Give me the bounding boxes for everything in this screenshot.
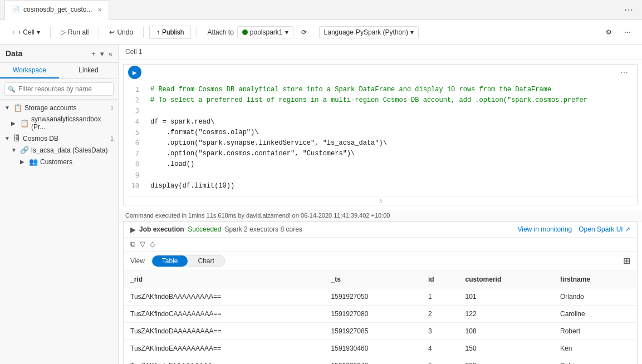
clear-results-icon[interactable]: ◇ xyxy=(150,240,155,248)
sidebar-item-storage-accounts[interactable]: ▼ 📋 Storage accounts 1 xyxy=(0,102,118,114)
table-cell: TusZAKfindoFAAAAAAAAA== xyxy=(124,357,325,364)
code-line-6: .option("spark.synapse.linkedService", "… xyxy=(146,138,637,149)
search-icon: 🔍 xyxy=(8,86,16,93)
results-table-wrapper: _rid _ts id customerid firstname TusZAKf… xyxy=(124,271,637,364)
table-cell: 1591927050 xyxy=(325,288,422,305)
table-row: TusZAKfindoBAAAAAAAAA==15919270501101Orl… xyxy=(124,288,637,305)
view-monitoring-link[interactable]: View in monitoring xyxy=(517,225,572,233)
job-expand-icon[interactable]: ▶ xyxy=(130,225,136,234)
job-bar-right: View in monitoring Open Spark UI ↗ xyxy=(517,225,630,233)
code-line-4: df = spark.read\ xyxy=(146,117,637,127)
filter-results-icon[interactable]: ▽ xyxy=(140,240,145,248)
exec-info: Command executed in 1mins 11s 618ms by d… xyxy=(119,210,642,222)
sidebar-item-ls-acsa[interactable]: ▼ 🔗 ls_acsa_data (SalesData) xyxy=(0,144,118,156)
job-bar: ▶ Job execution Succeeded Spark 2 execut… xyxy=(124,222,637,238)
separator-3 xyxy=(143,27,144,38)
cell-more-icon[interactable]: ⋯ xyxy=(616,67,633,78)
pool-chevron-icon: ▾ xyxy=(285,28,288,36)
notebook-tab[interactable]: 📄 cosmosdb_get_custo... ✕ xyxy=(4,0,109,20)
table-cell: 2 xyxy=(422,305,459,322)
sidebar-item-customers[interactable]: ▶ 👥 Customers xyxy=(0,156,118,168)
undo-button[interactable]: ↩ Undo xyxy=(105,26,138,38)
cosmos-icon: 🗄 xyxy=(13,134,21,142)
pool-dropdown[interactable]: poolspark1 ▾ xyxy=(237,26,293,38)
collapse-arrow[interactable]: ∧ xyxy=(124,196,637,205)
run-all-button[interactable]: ▷ Run all xyxy=(56,26,93,38)
code-line-5: .format("cosmos.olap")\ xyxy=(146,127,637,138)
collapse-sidebar-icon[interactable]: « xyxy=(109,50,112,58)
tab-more-icon[interactable]: ⋯ xyxy=(620,4,638,15)
tab-bar: 📄 cosmosdb_get_custo... ✕ ⋯ xyxy=(0,0,642,20)
plus-icon: + xyxy=(11,28,15,36)
export-button[interactable]: ⊞ xyxy=(623,255,630,266)
sidebar-search: 🔍 xyxy=(0,79,118,100)
refresh-icon: ⟳ xyxy=(301,28,307,36)
view-toggle: Table Chart xyxy=(151,255,225,267)
language-dropdown[interactable]: Language PySpark (Python) ▾ xyxy=(319,26,419,38)
main-layout: Data + ▾ « Workspace Linked 🔍 ▼ xyxy=(0,45,642,364)
notebook-toolbar: + + Cell ▾ ▷ Run all ↩ Undo ↑ Publish At… xyxy=(0,20,642,45)
table-view-button[interactable]: Table xyxy=(152,255,188,267)
run-icon: ▷ xyxy=(61,28,66,36)
col-header-customerid: customerid xyxy=(459,271,553,288)
copy-icon[interactable]: ⧉ xyxy=(130,240,135,249)
table-cell: 1591930948 xyxy=(325,357,422,364)
col-header-ts: _ts xyxy=(325,271,422,288)
line-numbers: 1 2 3 4 5 6 7 8 9 10 xyxy=(124,80,146,196)
code-body: 1 2 3 4 5 6 7 8 9 10 # Read from Cosmos … xyxy=(124,80,637,196)
table-cell: 150 xyxy=(459,340,553,357)
view-toggle-row: View Table Chart ⊞ xyxy=(124,252,637,271)
open-spark-ui-link[interactable]: Open Spark UI ↗ xyxy=(579,225,630,233)
table-row: TusZAKfindoCAAAAAAAAA==15919270802122Car… xyxy=(124,305,637,322)
table-cell: 3 xyxy=(422,322,459,340)
sidebar-tab-workspace[interactable]: Workspace xyxy=(0,63,59,78)
table-cell: TusZAKfindoDAAAAAAAAA== xyxy=(124,322,325,340)
table-cell: 5 xyxy=(422,357,459,364)
table-cell: 4 xyxy=(422,340,459,357)
col-header-id: id xyxy=(422,271,459,288)
sidebar-tree: ▼ 📋 Storage accounts 1 ▶ 📋 synwsanalytic… xyxy=(0,100,118,364)
tab-close-icon[interactable]: ✕ xyxy=(97,7,102,13)
sidebar-item-synws[interactable]: ▶ 📋 synwsanalyticssandbox (Pr... xyxy=(0,114,118,132)
table-cell: Robin xyxy=(553,357,637,364)
results-section: ▶ Job execution Succeeded Spark 2 execut… xyxy=(123,222,638,364)
publish-button[interactable]: ↑ Publish xyxy=(149,26,191,39)
sidebar-tab-linked[interactable]: Linked xyxy=(59,63,118,78)
pool-status-dot xyxy=(242,29,248,35)
separator-2 xyxy=(99,27,99,38)
search-wrapper: 🔍 xyxy=(4,82,114,96)
language-chevron-icon: ▾ xyxy=(410,28,414,36)
table-cell: 1591930460 xyxy=(325,340,422,357)
search-input[interactable] xyxy=(4,82,114,96)
code-cell: ▶ ⋯ 1 2 3 4 5 6 7 8 9 10 xyxy=(123,64,638,205)
refresh-button[interactable]: ⟳ xyxy=(297,26,311,38)
sidebar-title: Data xyxy=(6,49,91,58)
publish-icon: ↑ xyxy=(156,28,160,36)
language-label: Language xyxy=(324,28,354,36)
chart-view-button[interactable]: Chart xyxy=(188,255,224,267)
storage-icon: 📋 xyxy=(13,104,22,112)
pool-name: poolspark1 xyxy=(250,28,283,36)
table-cell: Robert xyxy=(553,322,637,340)
table-cell: 1 xyxy=(422,288,459,305)
table-cell: Caroline xyxy=(553,305,637,322)
add-resource-icon[interactable]: + xyxy=(91,50,96,58)
add-cell-button[interactable]: + + Cell ▾ xyxy=(7,26,45,38)
table-cell: 122 xyxy=(459,305,553,322)
table-row: TusZAKfindoDAAAAAAAAA==15919270853108Rob… xyxy=(124,322,637,340)
table-row: TusZAKfindoFAAAAAAAAA==15919309485200Rob… xyxy=(124,357,637,364)
code-line-7: .option("spark.cosmos.container", "Custo… xyxy=(146,149,637,159)
chevron-down-icon-3: ▼ xyxy=(11,147,18,153)
table-cell: TusZAKfindoEAAAAAAAAA== xyxy=(124,340,325,357)
sidebar-item-cosmosdb[interactable]: ▼ 🗄 Cosmos DB 1 xyxy=(0,132,118,144)
notebook-settings-button[interactable]: ⚙ xyxy=(601,26,616,38)
col-header-rid: _rid xyxy=(124,271,325,288)
table-cell: 101 xyxy=(459,288,553,305)
job-succeeded-label: Succeeded xyxy=(188,225,221,233)
more-options-button[interactable]: ⋯ xyxy=(620,26,635,38)
toolbar-right: ⚙ ⋯ xyxy=(601,26,635,38)
run-cell-button[interactable]: ▶ xyxy=(128,66,141,79)
content-area: Cell 1 ▶ ⋯ 1 2 3 4 5 6 7 xyxy=(119,45,642,364)
filter-icon[interactable]: ▾ xyxy=(100,50,104,58)
code-editor[interactable]: # Read from Cosmos DB analytical store i… xyxy=(146,80,637,196)
